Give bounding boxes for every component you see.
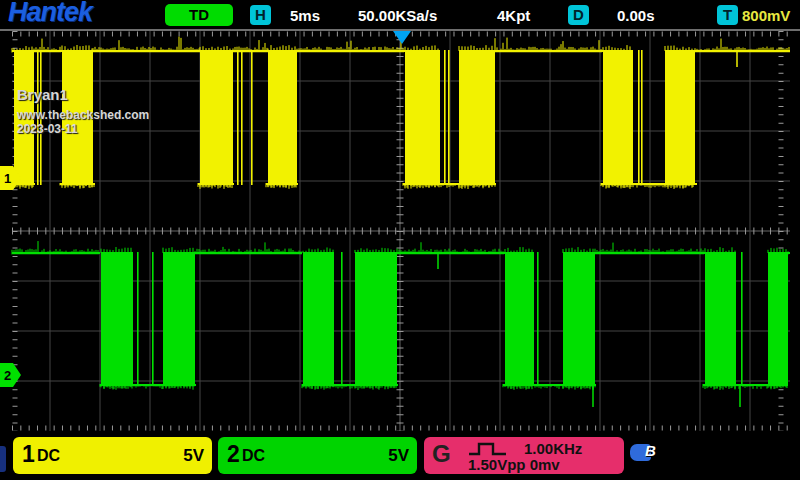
timebase-readout: 5ms xyxy=(290,7,320,24)
memory-depth-readout: 4Kpt xyxy=(497,7,530,24)
trigger-level-readout: 800mV xyxy=(742,7,790,24)
channel1-info-box[interactable]: 1 DC 5V xyxy=(13,437,212,474)
edge-indicator xyxy=(0,446,6,472)
channel1-number: 1 xyxy=(22,441,35,468)
channel1-coupling: DC xyxy=(37,447,60,465)
top-status-bar: Hantek TD H 5ms 50.00KSa/s 4Kpt D 0.00s … xyxy=(0,0,800,31)
channel2-scale: 5V xyxy=(388,446,409,466)
generator-info-box[interactable]: G 1.00KHz 1.50Vpp 0mv xyxy=(424,437,624,474)
generator-label: G xyxy=(432,440,451,468)
usb-device-letter: B xyxy=(645,442,656,459)
channel2-info-box[interactable]: 2 DC 5V xyxy=(218,437,417,474)
channel2-coupling: DC xyxy=(242,447,265,465)
overlay-date: 2023-03-11 xyxy=(17,122,78,136)
generator-frequency: 1.00KHz xyxy=(524,440,582,457)
brand-logo: Hantek xyxy=(8,0,92,28)
bottom-status-bar: 1 DC 5V 2 DC 5V G 1.00KHz 1.50Vpp 0mv B xyxy=(0,434,800,480)
horizontal-offset-readout: 0.00s xyxy=(617,7,655,24)
channel1-scale: 5V xyxy=(183,446,204,466)
overlay-username: Bryan1 xyxy=(17,86,68,103)
delay-menu-badge[interactable]: D xyxy=(568,5,589,25)
acquire-mode-badge[interactable]: TD xyxy=(165,4,233,26)
waveform-display: 12 xyxy=(0,0,800,480)
horizontal-menu-badge[interactable]: H xyxy=(250,5,271,25)
channel-marker-1: 1 xyxy=(4,171,11,186)
generator-amplitude: 1.50Vpp 0mv xyxy=(468,456,560,473)
square-wave-icon xyxy=(466,441,516,457)
oscilloscope-screen: 12 Hantek TD H 5ms 50.00KSa/s 4Kpt D 0.0… xyxy=(0,0,800,480)
trigger-menu-badge[interactable]: T xyxy=(717,5,738,25)
sample-rate-readout: 50.00KSa/s xyxy=(358,7,437,24)
channel-marker-2: 2 xyxy=(4,368,11,383)
channel2-number: 2 xyxy=(227,441,240,468)
overlay-website: www.thebackshed.com xyxy=(17,108,149,122)
